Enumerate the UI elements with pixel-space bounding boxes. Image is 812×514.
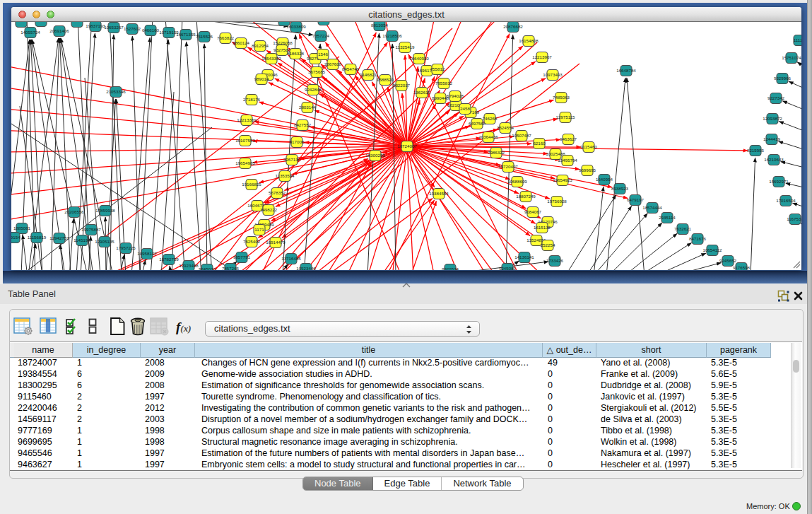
svg-text:11353594: 11353594 <box>275 173 295 178</box>
svg-text:39154: 39154 <box>11 235 20 240</box>
svg-text:10653267: 10653267 <box>104 25 124 30</box>
svg-text:917006: 917006 <box>290 139 305 144</box>
svg-text:9463627: 9463627 <box>560 136 577 141</box>
svg-text:1362615: 1362615 <box>413 90 431 95</box>
svg-text:9245081: 9245081 <box>499 266 517 270</box>
svg-text:6794028: 6794028 <box>447 93 464 98</box>
svg-text:17859938: 17859938 <box>95 208 115 213</box>
svg-text:14136141: 14136141 <box>514 255 534 259</box>
svg-text:8912954: 8912954 <box>252 43 269 48</box>
svg-text:2458: 2458 <box>460 106 470 111</box>
svg-text:18807249: 18807249 <box>516 194 536 199</box>
svg-text:1546: 1546 <box>318 52 328 57</box>
svg-text:9322037: 9322037 <box>393 83 411 88</box>
svg-text:1244419: 1244419 <box>763 136 781 141</box>
svg-text:19837193: 19837193 <box>86 23 105 28</box>
svg-text:8990448: 8990448 <box>432 95 449 100</box>
svg-text:9146821: 9146821 <box>360 72 377 77</box>
svg-text:19654985: 19654985 <box>235 160 255 165</box>
svg-text:16914479: 16914479 <box>266 240 286 245</box>
svg-text:12213967: 12213967 <box>532 54 552 59</box>
svg-text:12093872: 12093872 <box>763 116 782 121</box>
svg-text:8471676: 8471676 <box>689 236 707 241</box>
svg-text:13716485: 13716485 <box>281 256 301 261</box>
svg-text:2803144: 2803144 <box>299 105 317 110</box>
svg-text:10958107: 10958107 <box>137 251 157 256</box>
svg-text:1733426: 1733426 <box>546 258 564 263</box>
svg-text:3624554: 3624554 <box>497 125 514 130</box>
svg-text:2867608: 2867608 <box>324 62 342 66</box>
svg-text:15751074: 15751074 <box>782 55 801 60</box>
svg-text:252254: 252254 <box>541 243 555 247</box>
svg-text:1167533: 1167533 <box>787 216 801 221</box>
svg-text:19975887: 19975887 <box>81 227 101 232</box>
svg-text:10654112: 10654112 <box>702 247 722 252</box>
svg-text:3267130: 3267130 <box>283 157 301 162</box>
svg-text:6479197: 6479197 <box>627 197 645 202</box>
svg-text:9857791: 9857791 <box>233 255 251 259</box>
svg-text:3498222: 3498222 <box>260 207 278 212</box>
svg-text:1145194: 1145194 <box>73 238 90 243</box>
svg-text:15720407: 15720407 <box>498 164 518 169</box>
svg-text:7515526: 7515526 <box>196 34 213 39</box>
svg-text:10107553: 10107553 <box>235 138 255 143</box>
svg-text:16648784: 16648784 <box>616 68 636 73</box>
svg-text:1588520: 1588520 <box>377 77 394 82</box>
svg-text:3675685: 3675685 <box>308 69 326 74</box>
svg-text:2935114: 2935114 <box>659 215 676 220</box>
svg-text:12905135: 12905135 <box>95 239 114 244</box>
svg-text:8813054: 8813054 <box>371 23 389 28</box>
svg-text:19654923: 19654923 <box>553 177 572 182</box>
svg-text:10973493: 10973493 <box>543 72 563 77</box>
svg-text:11325419: 11325419 <box>395 45 415 49</box>
svg-text:10507487: 10507487 <box>512 133 531 138</box>
svg-text:21053346: 21053346 <box>106 89 126 94</box>
svg-text:7663822: 7663822 <box>217 35 235 40</box>
svg-text:9699695: 9699695 <box>579 168 596 173</box>
svg-text:8454749: 8454749 <box>342 66 360 71</box>
svg-text:755812: 755812 <box>430 66 445 71</box>
svg-text:12942757: 12942757 <box>49 235 69 240</box>
svg-text:14055724: 14055724 <box>20 30 40 35</box>
svg-text:16671355: 16671355 <box>176 32 196 37</box>
svg-text:1640954: 1640954 <box>596 177 613 182</box>
svg-text:746266: 746266 <box>483 116 498 121</box>
svg-text:8186328: 8186328 <box>287 51 305 56</box>
svg-text:7625402: 7625402 <box>243 239 261 244</box>
svg-text:19384554: 19384554 <box>429 191 449 196</box>
svg-text:19218506: 19218506 <box>382 33 402 38</box>
svg-text:5678352: 5678352 <box>269 190 286 195</box>
svg-text:18574444: 18574444 <box>642 205 662 210</box>
svg-text:9084067: 9084067 <box>524 209 542 214</box>
svg-text:9329966: 9329966 <box>774 76 792 81</box>
svg-text:12975115: 12975115 <box>555 115 575 119</box>
svg-text:2718176: 2718176 <box>243 97 261 102</box>
svg-text:9176598: 9176598 <box>733 265 751 270</box>
svg-text:7632621: 7632621 <box>674 226 692 231</box>
svg-text:1527602: 1527602 <box>124 26 141 31</box>
svg-text:12213369: 12213369 <box>237 117 257 122</box>
svg-text:20206556: 20206556 <box>64 209 84 214</box>
svg-text:9860124: 9860124 <box>233 40 250 45</box>
svg-text:15692971: 15692971 <box>769 179 789 184</box>
svg-text:9245033: 9245033 <box>199 267 216 270</box>
svg-text:7955812: 7955812 <box>435 81 453 86</box>
svg-text:7485063: 7485063 <box>553 95 570 100</box>
svg-text:9115460: 9115460 <box>580 144 597 149</box>
svg-text:16640910: 16640910 <box>409 56 429 61</box>
svg-text:8938923: 8938923 <box>611 186 629 191</box>
svg-text:7357224: 7357224 <box>312 33 330 38</box>
svg-text:9245652: 9245652 <box>719 258 737 263</box>
svg-text:8920534: 8920534 <box>442 267 459 270</box>
svg-text:20364436: 20364436 <box>478 134 498 139</box>
svg-text:1615132: 1615132 <box>534 225 551 230</box>
svg-text:8427552: 8427552 <box>294 122 312 127</box>
svg-text:18300295: 18300295 <box>365 153 385 158</box>
svg-text:16782759: 16782759 <box>159 257 179 262</box>
svg-text:17957225: 17957225 <box>116 245 136 250</box>
svg-text:10923446: 10923446 <box>296 266 316 270</box>
svg-text:6497568: 6497568 <box>469 121 486 126</box>
svg-text:9242848: 9242848 <box>305 87 322 92</box>
svg-text:8215955: 8215955 <box>747 148 765 153</box>
svg-text:19166825: 19166825 <box>242 182 261 187</box>
